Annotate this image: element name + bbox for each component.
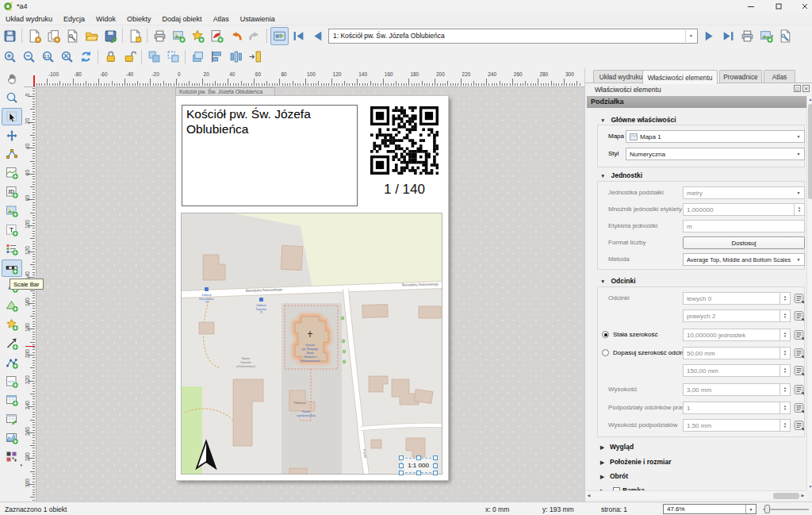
atlas-preview-button[interactable] — [270, 27, 289, 45]
maximize-button[interactable] — [773, 1, 784, 12]
qr-code-item[interactable] — [370, 106, 439, 175]
add-marker-tool[interactable] — [2, 316, 22, 333]
atlas-combo-arrow[interactable]: ▼ — [685, 30, 696, 42]
subdivision-height-spinbox[interactable]: 1,50 mm▲▼ — [683, 419, 791, 432]
label-multiplier-spinbox[interactable]: 1,000000▲▼ — [683, 203, 805, 216]
scalebar-item[interactable]: 1:1 000 — [399, 455, 438, 475]
zoom-out-button[interactable] — [20, 48, 38, 66]
spinner-arrows-icon[interactable]: ▲▼ — [779, 293, 790, 304]
page-counter-item[interactable]: 1 / 140 — [370, 182, 439, 198]
add-html-tool[interactable]: </> — [2, 373, 22, 390]
menu-dodaj-obiekt[interactable]: Dodaj obiekt — [157, 13, 208, 25]
atlas-print-button[interactable] — [738, 27, 756, 45]
add-3d-map-tool[interactable]: 3D — [2, 183, 22, 201]
panel-tab-item-properties[interactable]: Właściwości elementu — [642, 70, 718, 84]
spinner-arrows-icon[interactable]: ▲▼ — [779, 348, 790, 359]
save-as-template-button[interactable] — [102, 27, 120, 45]
atlas-feature-combo[interactable]: 1: Kościół pw. Św. Józefa Oblubieńca▼ — [328, 29, 698, 44]
panel-hscrollbar[interactable]: ◀▶ — [585, 490, 806, 499]
fixed-width-spinbox[interactable]: 10,000000 jednostek▲▼ — [683, 329, 791, 341]
segments-right-spinbox[interactable]: prawych 2▲▼ — [683, 309, 791, 322]
add-label-tool[interactable]: T — [2, 221, 22, 239]
resize-items-button[interactable] — [246, 48, 264, 66]
spinner-arrows-icon[interactable]: ▲▼ — [794, 204, 804, 215]
atlas-export-button[interactable] — [757, 27, 776, 45]
add-pages-button[interactable] — [126, 27, 144, 45]
layout-manager-button[interactable] — [63, 27, 82, 45]
menu-atlas[interactable]: Atlas — [208, 13, 235, 25]
add-node-item-tool[interactable] — [2, 354, 22, 371]
data-defined-button[interactable] — [794, 348, 805, 359]
new-layout-button[interactable] — [25, 27, 44, 45]
data-defined-button[interactable] — [794, 293, 805, 304]
height-spinbox[interactable]: 3,00 mm▲▼ — [683, 383, 791, 396]
add-map-tool[interactable] — [2, 164, 22, 182]
atlas-settings-button[interactable] — [776, 27, 795, 45]
title-label-item[interactable]: Kościół pw. Św. Józefa Oblubieńca — [182, 105, 358, 206]
add-scalebar-tool[interactable] — [2, 259, 22, 277]
selection-handle[interactable] — [399, 455, 404, 460]
fit-width-radio[interactable] — [602, 349, 609, 356]
spinner-arrows-icon[interactable]: ▲▼ — [779, 310, 790, 321]
add-legend-tool[interactable] — [2, 240, 22, 258]
duplicate-layout-button[interactable] — [44, 27, 63, 45]
data-defined-button[interactable] — [794, 365, 805, 376]
export-svg-button[interactable] — [189, 27, 207, 45]
atlas-first-button[interactable] — [289, 27, 308, 45]
layout-canvas[interactable]: Kościół pw. Św. Józefa Oblubieńca Kośció… — [36, 87, 584, 502]
redo-button[interactable] — [246, 27, 264, 45]
segments-left-spinbox[interactable]: lewych 0▲▼ — [683, 292, 791, 305]
open-layout-button[interactable] — [82, 27, 101, 45]
raise-items-button[interactable] — [189, 48, 207, 66]
menu-obiekty[interactable]: Obiekty — [121, 13, 157, 25]
panel-float-icon[interactable]: ◱ — [794, 85, 801, 92]
spinner-arrows-icon[interactable]: ▲▼ — [779, 402, 790, 413]
print-layout-button[interactable] — [151, 27, 169, 45]
data-defined-button[interactable] — [794, 329, 805, 340]
selection-handle[interactable] — [433, 455, 438, 460]
add-arrow-tool[interactable] — [2, 335, 22, 352]
method-combo[interactable]: Average Top, Middle and Bottom Scales▼ — [683, 253, 805, 266]
section-appearance[interactable]: ▶Wygląd — [600, 443, 634, 451]
add-attribute-table-tool[interactable] — [2, 391, 22, 409]
layout-page[interactable]: Kościół pw. Św. Józefa Oblubieńca 1 / 14… — [176, 96, 448, 480]
spinner-arrows-icon[interactable]: ▲▼ — [779, 365, 790, 376]
map-combo[interactable]: Mapa 1▼ — [626, 130, 805, 143]
atlas-next-button[interactable] — [700, 27, 718, 45]
align-items-button[interactable] — [208, 48, 226, 66]
selection-handle[interactable] — [416, 471, 421, 475]
zoom-in-button[interactable] — [1, 48, 19, 66]
panel-vscrollbar[interactable]: ▲▼ — [806, 96, 812, 490]
zoom-full-button[interactable] — [58, 48, 76, 66]
fit-width-max-spinbox[interactable]: 150,00 mm▲▼ — [683, 364, 791, 377]
panel-tab-prowadnice[interactable]: Prowadnice — [719, 70, 762, 83]
add-picture-tool[interactable] — [2, 202, 22, 220]
add-elevation-profile-tool[interactable] — [2, 429, 22, 447]
section-main-properties[interactable]: ▼Główne właściwości — [600, 116, 676, 124]
zoom-slider-handle[interactable] — [764, 505, 770, 513]
number-format-button[interactable]: Dostosuj — [683, 236, 805, 249]
section-position-size[interactable]: ▶Położenie i rozmiar — [600, 458, 671, 466]
data-defined-button[interactable] — [794, 384, 805, 395]
edit-nodes-tool[interactable] — [2, 145, 22, 163]
refresh-button[interactable] — [77, 48, 95, 66]
unit-label-field[interactable]: m — [683, 220, 805, 233]
export-image-button[interactable] — [170, 27, 188, 45]
panel-tab-uk-ad-wydruku[interactable]: Układ wydruku — [593, 70, 649, 83]
panel-tab-atlas[interactable]: Atlas — [764, 70, 795, 83]
scalebar-units-combo[interactable]: metry▼ — [683, 186, 805, 199]
add-fixed-table-tool[interactable] — [2, 410, 22, 428]
selection-handle[interactable] — [399, 471, 404, 475]
section-segments[interactable]: ▼Odcinki — [600, 277, 636, 285]
selection-handle[interactable] — [399, 463, 404, 468]
menu-edycja[interactable]: Edycja — [58, 13, 90, 25]
menu-uk-ad-wydruku[interactable]: Układ wydruku — [0, 13, 58, 25]
zoom-level-combo[interactable]: 47.6%▼ — [663, 504, 756, 514]
select-tool[interactable] — [2, 108, 22, 125]
move-content-tool[interactable] — [2, 127, 22, 144]
ungroup-items-button[interactable] — [164, 48, 182, 66]
panel-close-icon[interactable]: ✕ — [802, 85, 810, 92]
style-combo[interactable]: Numeryczna▼ — [626, 148, 805, 160]
minimize-button[interactable] — [745, 1, 756, 12]
atlas-prev-button[interactable] — [308, 27, 327, 45]
